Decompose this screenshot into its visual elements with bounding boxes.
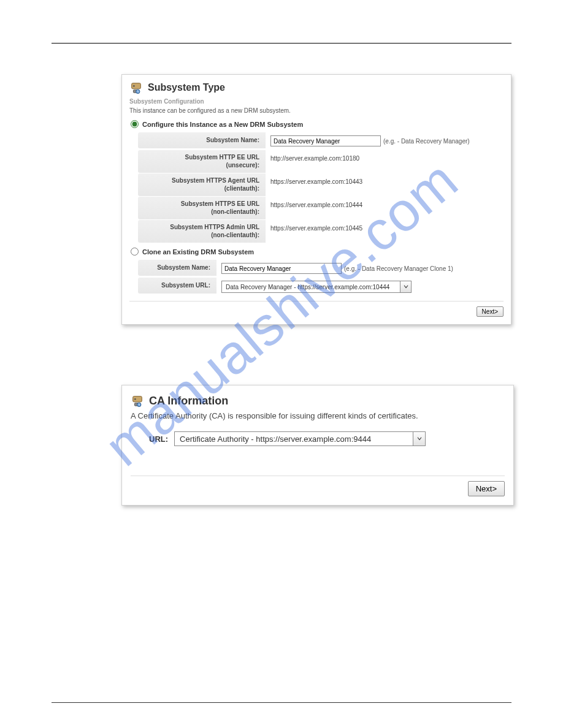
label-subsystem-name: Subsystem Name: — [138, 132, 266, 148]
panel-title-row: CA Information — [131, 394, 505, 408]
server-icon — [129, 81, 143, 94]
value-http-ee-url: http://server.example.com:10180 — [266, 150, 504, 166]
label-ca-url: URL: — [149, 434, 168, 444]
next-button[interactable]: Next> — [468, 481, 505, 496]
radio-clone-subsystem[interactable]: Clone an Existing DRM Subsystem — [131, 248, 504, 256]
select-clone-url[interactable]: Data Recovery Manager - https://server.e… — [221, 281, 412, 293]
field-clone-url: Subsystem URL: Data Recovery Manager - h… — [138, 277, 504, 296]
label-https-agent-url: Subsystem HTTPS Agent URL (clientauth): — [138, 173, 266, 196]
panel-intro: This instance can be configured as a new… — [129, 107, 504, 114]
button-bar: Next> — [131, 476, 505, 496]
input-subsystem-name[interactable] — [270, 135, 381, 146]
field-clone-name: Subsystem Name: (e.g. - Data Recovery Ma… — [138, 259, 504, 277]
value-https-agent-url: https://server.example.com:10443 — [266, 173, 504, 189]
field-subsystem-name: Subsystem Name: (e.g. - Data Recovery Ma… — [138, 132, 504, 150]
select-clone-url-text: Data Recovery Manager - https://server.e… — [222, 284, 400, 290]
radio-new-input[interactable] — [131, 120, 139, 128]
radio-new-subsystem[interactable]: Configure this Instance as a New DRM Sub… — [131, 120, 504, 128]
subsystem-type-panel: Subsystem Type Subsystem Configuration T… — [121, 74, 511, 325]
radio-clone-input[interactable] — [131, 248, 139, 256]
server-icon — [131, 394, 144, 408]
value-https-ee-url: https://server.example.com:10444 — [266, 197, 504, 213]
panel-title-row: Subsystem Type — [129, 81, 504, 94]
new-subsystem-fields: Subsystem Name: (e.g. - Data Recovery Ma… — [138, 132, 504, 243]
panel-intro: A Certificate Authority (CA) is responsi… — [131, 411, 505, 420]
ca-information-panel: CA Information A Certificate Authority (… — [121, 385, 514, 506]
field-http-ee-url: Subsystem HTTP EE URL (unsecure): http:/… — [138, 150, 504, 173]
label-https-admin-url: Subsystem HTTPS Admin URL (non-clientaut… — [138, 220, 266, 243]
top-divider — [52, 43, 511, 44]
radio-clone-label: Clone an Existing DRM Subsystem — [142, 248, 254, 256]
chevron-down-icon — [400, 281, 411, 292]
label-clone-url: Subsystem URL: — [138, 278, 216, 294]
input-clone-name[interactable] — [221, 263, 342, 274]
hint-subsystem-name: (e.g. - Data Recovery Manager) — [383, 138, 470, 145]
panel-title: Subsystem Type — [148, 82, 225, 93]
label-http-ee-url: Subsystem HTTP EE URL (unsecure): — [138, 150, 266, 173]
label-clone-name: Subsystem Name: — [138, 260, 216, 276]
svg-rect-0 — [132, 83, 141, 89]
hint-clone-name: (e.g. - Data Recovery Manager Clone 1) — [344, 265, 453, 272]
select-ca-url[interactable]: Certificate Authority - https://server.e… — [174, 431, 426, 446]
value-https-admin-url: https://server.example.com:10445 — [266, 220, 504, 236]
field-https-admin-url: Subsystem HTTPS Admin URL (non-clientaut… — [138, 219, 504, 243]
bottom-divider — [52, 702, 511, 703]
svg-point-1 — [133, 85, 135, 87]
radio-new-label: Configure this Instance as a New DRM Sub… — [142, 121, 303, 128]
field-https-agent-url: Subsystem HTTPS Agent URL (clientauth): … — [138, 173, 504, 196]
chevron-down-icon — [413, 432, 425, 446]
svg-rect-4 — [133, 396, 142, 402]
label-https-ee-url: Subsystem HTTPS EE URL (non-clientauth): — [138, 197, 266, 219]
button-bar: Next> — [129, 301, 504, 317]
panel-title: CA Information — [149, 395, 228, 408]
ca-url-row: URL: Certificate Authority - https://ser… — [149, 431, 505, 446]
svg-point-5 — [134, 398, 136, 400]
field-https-ee-url: Subsystem HTTPS EE URL (non-clientauth):… — [138, 196, 504, 219]
clone-subsystem-fields: Subsystem Name: (e.g. - Data Recovery Ma… — [138, 259, 504, 296]
next-button[interactable]: Next> — [477, 306, 504, 317]
select-ca-url-text: Certificate Authority - https://server.e… — [175, 433, 413, 445]
panel-subhead: Subsystem Configuration — [129, 98, 504, 105]
